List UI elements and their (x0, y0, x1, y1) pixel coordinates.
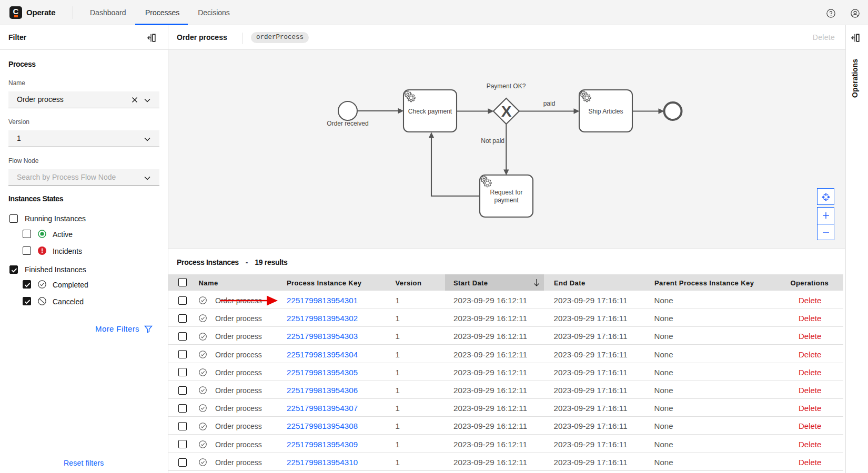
svg-text:Check payment: Check payment (408, 108, 452, 115)
svg-text:payment: payment (494, 197, 519, 204)
svg-text:Payment OK?: Payment OK? (487, 83, 526, 90)
svg-text:Request for: Request for (490, 189, 522, 196)
svg-text:Not paid: Not paid (481, 137, 504, 145)
svg-text:X: X (501, 102, 512, 120)
svg-text:Ship Articles: Ship Articles (588, 108, 623, 115)
svg-text:paid: paid (543, 100, 556, 107)
svg-text:Order received: Order received (327, 120, 368, 127)
